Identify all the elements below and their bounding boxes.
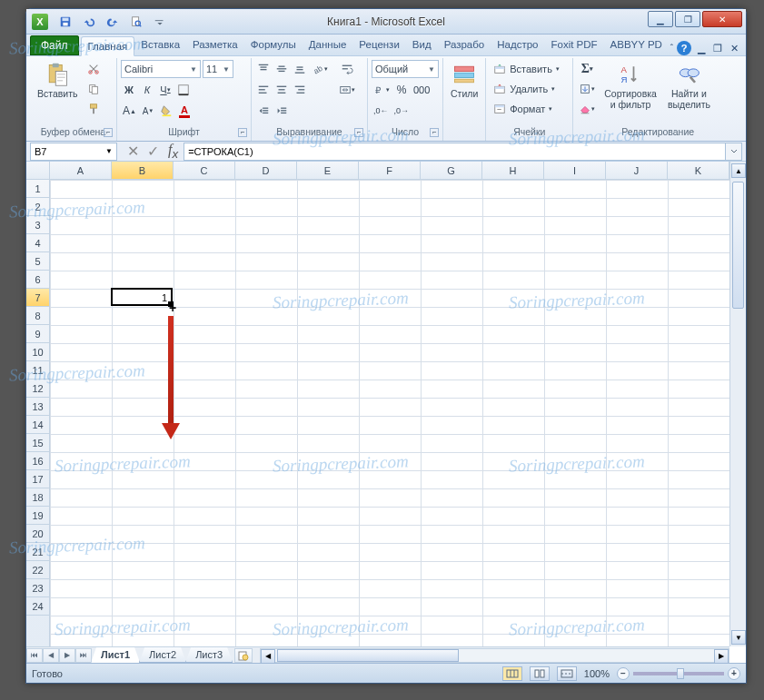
accept-formula-icon[interactable]: ✓ — [144, 143, 161, 160]
tab-data[interactable]: Данные — [303, 35, 353, 55]
zoom-thumb[interactable] — [677, 668, 684, 679]
number-format-select[interactable]: Общий▼ — [372, 60, 439, 78]
font-size-select[interactable]: 11▼ — [203, 60, 233, 78]
column-header-C[interactable]: C — [174, 162, 235, 179]
row-header-21[interactable]: 21 — [26, 543, 49, 561]
vscroll-thumb[interactable] — [732, 182, 744, 309]
font-name-select[interactable]: Calibri▼ — [121, 60, 201, 78]
row-header-7[interactable]: 7 — [26, 289, 49, 307]
scroll-right-icon[interactable]: ▶ — [714, 649, 729, 664]
bold-icon[interactable]: Ж — [121, 81, 137, 99]
new-sheet-icon[interactable] — [234, 648, 253, 663]
tab-abbyy[interactable]: ABBYY PD — [604, 35, 669, 55]
format-cells-button[interactable]: Формат▾ — [490, 100, 563, 118]
row-header-3[interactable]: 3 — [26, 216, 49, 234]
column-header-K[interactable]: K — [668, 162, 729, 179]
row-header-2[interactable]: 2 — [26, 198, 49, 216]
font-dialog-icon[interactable]: ⌐ — [238, 128, 247, 137]
underline-icon[interactable]: Ч▾ — [157, 81, 174, 99]
doc-minimize-icon[interactable]: ▁ — [695, 43, 708, 54]
paste-button[interactable]: Вставить — [34, 60, 82, 102]
tab-formulas[interactable]: Формулы — [244, 35, 303, 55]
sheet-nav-first-icon[interactable]: ⏮ — [26, 648, 43, 663]
border-icon[interactable] — [175, 81, 192, 99]
row-header-24[interactable]: 24 — [26, 597, 49, 616]
name-box[interactable]: B7▼ — [30, 143, 117, 161]
sort-filter-button[interactable]: АЯ Сортировка и фильтр — [600, 60, 660, 112]
normal-view-icon[interactable] — [502, 666, 522, 681]
tab-home[interactable]: Главная — [81, 36, 135, 56]
row-header-16[interactable]: 16 — [26, 452, 49, 470]
scroll-up-icon[interactable]: ▲ — [731, 163, 746, 178]
row-header-15[interactable]: 15 — [26, 434, 49, 452]
sheet-tab-1[interactable]: Лист1 — [91, 647, 140, 663]
column-header-B[interactable]: B — [112, 162, 174, 179]
column-header-H[interactable]: H — [482, 162, 544, 179]
save-icon[interactable] — [55, 13, 75, 31]
vertical-scrollbar[interactable]: ▲ ▼ — [729, 162, 746, 646]
merge-center-icon[interactable]: ▾ — [337, 81, 357, 99]
redo-icon[interactable] — [103, 13, 123, 31]
number-dialog-icon[interactable]: ⌐ — [430, 128, 439, 137]
increase-decimal-icon[interactable]: ,0← — [372, 102, 391, 120]
preview-icon[interactable] — [126, 13, 146, 31]
zoom-level[interactable]: 100% — [584, 668, 610, 679]
excel-app-icon[interactable] — [32, 14, 48, 30]
page-break-view-icon[interactable] — [557, 666, 577, 681]
accounting-format-icon[interactable]: ₽▾ — [372, 81, 392, 99]
row-header-19[interactable]: 19 — [26, 507, 49, 525]
sheet-nav-next-icon[interactable]: ▶ — [59, 648, 75, 663]
sheet-tab-3[interactable]: Лист3 — [185, 647, 233, 663]
column-header-G[interactable]: G — [421, 162, 482, 179]
fill-icon[interactable]: ▾ — [577, 80, 597, 98]
align-right-icon[interactable] — [292, 81, 308, 99]
row-header-17[interactable]: 17 — [26, 470, 49, 488]
fx-icon[interactable]: fx — [168, 142, 178, 161]
scroll-down-icon[interactable]: ▼ — [731, 630, 746, 645]
tab-addins[interactable]: Надстро — [491, 35, 544, 55]
find-select-button[interactable]: Найти и выделить — [664, 60, 714, 112]
clipboard-dialog-icon[interactable]: ⌐ — [104, 128, 113, 137]
grow-font-icon[interactable]: A▲ — [121, 102, 138, 120]
row-header-14[interactable]: 14 — [26, 416, 49, 434]
clear-icon[interactable]: ▾ — [577, 100, 597, 118]
cut-icon[interactable] — [85, 60, 102, 78]
shrink-font-icon[interactable]: A▼ — [140, 102, 156, 120]
sheet-tab-2[interactable]: Лист2 — [139, 647, 186, 663]
page-layout-view-icon[interactable] — [530, 666, 550, 681]
tab-foxit[interactable]: Foxit PDF — [544, 35, 603, 55]
sheet-nav-prev-icon[interactable]: ◀ — [43, 648, 59, 663]
insert-cells-button[interactable]: Вставить▾ — [490, 60, 563, 78]
orientation-icon[interactable]: ab▾ — [310, 60, 330, 78]
wrap-text-icon[interactable] — [337, 60, 357, 78]
formula-expand-icon[interactable] — [726, 143, 742, 161]
doc-restore-icon[interactable]: ❐ — [711, 43, 724, 54]
row-header-13[interactable]: 13 — [26, 398, 49, 416]
hscroll-thumb[interactable] — [277, 649, 459, 662]
row-header-12[interactable]: 12 — [26, 380, 49, 398]
align-bottom-icon[interactable] — [292, 60, 308, 78]
qat-more-icon[interactable] — [150, 13, 170, 31]
format-painter-icon[interactable] — [85, 100, 102, 118]
column-header-F[interactable]: F — [359, 162, 421, 179]
cells-area[interactable]: 1 + — [50, 180, 729, 646]
row-header-9[interactable]: 9 — [26, 325, 49, 343]
select-all-corner[interactable] — [26, 162, 50, 180]
comma-style-icon[interactable]: 000 — [412, 81, 432, 99]
cancel-formula-icon[interactable]: ✕ — [124, 143, 141, 160]
tab-pagelayout[interactable]: Разметка — [186, 35, 244, 55]
align-middle-icon[interactable] — [273, 60, 290, 78]
row-header-8[interactable]: 8 — [26, 307, 49, 325]
row-header-18[interactable]: 18 — [26, 488, 49, 507]
tab-review[interactable]: Рецензи — [352, 35, 405, 55]
align-top-icon[interactable] — [255, 60, 272, 78]
row-header-22[interactable]: 22 — [26, 561, 49, 579]
styles-button[interactable]: Стили — [447, 60, 481, 102]
zoom-in-icon[interactable]: + — [728, 667, 740, 680]
tab-insert[interactable]: Вставка — [134, 35, 186, 55]
alignment-dialog-icon[interactable]: ⌐ — [354, 128, 363, 137]
font-color-icon[interactable]: A — [176, 102, 193, 120]
column-header-D[interactable]: D — [235, 162, 297, 179]
row-header-20[interactable]: 20 — [26, 525, 49, 543]
tab-developer[interactable]: Разрабо — [438, 35, 491, 55]
